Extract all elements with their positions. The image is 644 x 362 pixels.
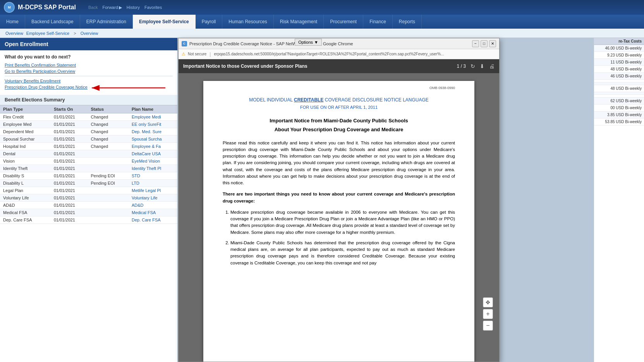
- cost-item: 62 USD Bi-weekly: [594, 98, 644, 105]
- pdf-controls: 1 / 3 ↻ ⬇ 🖨: [457, 63, 495, 69]
- nav-erp-admin[interactable]: ERP Administration: [80, 15, 133, 29]
- favorites-button[interactable]: Favorites: [144, 5, 162, 10]
- cost-item: 9.23 USD Bi-weekly: [594, 52, 644, 59]
- forward-button[interactable]: Forward ▶: [102, 5, 122, 10]
- open-enrollment-header: Open Enrollment: [0, 38, 177, 50]
- cost-item: [594, 82, 644, 85]
- pdf-viewer: Important Notice to those Covered under …: [179, 59, 499, 362]
- pdf-toolbar-title: Important Notice to those Covered under …: [183, 63, 307, 69]
- logo-icon: M: [4, 2, 15, 13]
- left-panel: Open Enrollment What do you want to do n…: [0, 38, 178, 362]
- browser-popup: C Prescription Drug Credible Coverage No…: [178, 38, 500, 362]
- pdf-list: Medicare prescription drug coverage beca…: [230, 209, 455, 266]
- table-row: Identity Theft: [0, 165, 51, 172]
- cost-item: 48 USD Bi-weekly: [594, 66, 644, 73]
- options-button[interactable]: Options ▼: [295, 39, 322, 46]
- cost-item: 46.00 USD Bi-weekly: [594, 45, 644, 52]
- nav-employee-self-service[interactable]: Employee Self-Service: [133, 15, 196, 29]
- back-button[interactable]: Back: [88, 5, 98, 10]
- prescription-notice-link[interactable]: Prescription Drug Credible Coverage Noti…: [5, 85, 173, 89]
- table-row: Employee Med: [0, 121, 51, 128]
- table-row: Hospital Ind: [0, 143, 51, 150]
- table-row: Legal Plan: [0, 187, 51, 194]
- nav-risk-management[interactable]: Risk Management: [274, 15, 324, 29]
- right-area: Options ▼ C Prescription Drug Credible C…: [178, 38, 644, 362]
- cost-item: [594, 92, 644, 95]
- nav-home[interactable]: Home: [0, 15, 25, 29]
- pdf-list-item-2: Miami-Dade County Public Schools has det…: [230, 240, 455, 266]
- table-row: Dep. Care FSA: [0, 216, 51, 224]
- nav-backend-landscape[interactable]: Backend Landscape: [25, 15, 80, 29]
- cost-item: 48 USD Bi-weekly: [594, 85, 644, 92]
- cost-item: 3.85 USD Bi-weekly: [594, 112, 644, 118]
- nav-procurement[interactable]: Procurement: [324, 15, 363, 29]
- cost-item: 46 USD Bi-weekly: [594, 73, 644, 80]
- app-logo: M M-DCPS SAP Portal: [4, 2, 76, 13]
- nav-reports[interactable]: Reports: [393, 15, 422, 29]
- nav-finance[interactable]: Finance: [363, 15, 393, 29]
- breadcrumb-parent[interactable]: Employee Self-Service: [25, 31, 71, 36]
- col-plan-name: Plan Name: [129, 105, 177, 113]
- security-warning: Not secure: [188, 52, 206, 56]
- pdf-content: MODEL INDIVIDUAL CREDITABLE COVERAGE DIS…: [179, 73, 499, 362]
- pdf-list-item-1: Medicare prescription drug coverage beca…: [230, 209, 455, 236]
- pdf-page: MODEL INDIVIDUAL CREDITABLE COVERAGE DIS…: [203, 81, 474, 362]
- nav-payroll[interactable]: Payroll: [196, 15, 223, 29]
- sub-nav-overview[interactable]: Overview: [4, 31, 25, 36]
- pdf-print-button[interactable]: 🖨: [489, 63, 495, 69]
- col-plan-type: Plan Type: [0, 105, 51, 113]
- table-row: Flex Credit: [0, 113, 51, 121]
- pdf-download-button[interactable]: ⬇: [480, 63, 484, 69]
- nav-human-resources[interactable]: Human Resources: [222, 15, 273, 29]
- app-title: M-DCPS SAP Portal: [18, 4, 76, 11]
- table-row: AD&D: [0, 202, 51, 209]
- address-bar[interactable]: erpqas15.dadeschools.net:50000/irj/porta…: [214, 52, 496, 56]
- pdf-refresh-button[interactable]: ↻: [471, 63, 475, 69]
- pdf-doc-title: MODEL INDIVIDUAL CREDITABLE COVERAGE DIS…: [223, 96, 455, 103]
- zoom-move-button[interactable]: ✥: [483, 297, 493, 307]
- browser-addressbar: ⚠ Not secure | erpqas15.dadeschools.net:…: [179, 49, 499, 59]
- zoom-controls: ✥ + −: [483, 297, 493, 331]
- arrow-container: Prescription Drug Credible Coverage Noti…: [5, 85, 173, 89]
- chrome-icon: C: [182, 41, 187, 46]
- table-row: Disability S: [0, 172, 51, 180]
- browser-title: C Prescription Drug Credible Coverage No…: [182, 41, 353, 46]
- table-row: Vision: [0, 158, 51, 165]
- table-row: Disability L: [0, 180, 51, 187]
- table-row: Dependent Med: [0, 128, 51, 136]
- breadcrumb-child: Overview: [79, 31, 100, 36]
- browser-controls: − □ ✕: [472, 40, 496, 47]
- main-nav: Home Backend Landscape ERP Administratio…: [0, 15, 644, 29]
- print-benefits-link[interactable]: Print Benefits Confirmation Statement: [5, 63, 173, 67]
- table-row: Medical FSA: [0, 209, 51, 216]
- browser-titlebar: C Prescription Drug Credible Coverage No…: [179, 38, 499, 49]
- divider: [5, 76, 173, 76]
- maximize-button[interactable]: □: [481, 40, 488, 47]
- pdf-para2: There are two important things you need …: [223, 191, 455, 204]
- warning-icon: ⚠: [182, 51, 185, 57]
- nav-actions: Back Forward ▶ History Favorites: [88, 5, 162, 10]
- table-row: Dental: [0, 150, 51, 158]
- table-row: Voluntary Life: [0, 194, 51, 202]
- cost-column-header: re-Tax Costs: [594, 38, 644, 45]
- minimize-button[interactable]: −: [472, 40, 479, 47]
- cost-item: 11 USD Bi-weekly: [594, 59, 644, 66]
- col-starts-on: Starts On: [51, 105, 88, 113]
- zoom-in-button[interactable]: +: [483, 309, 493, 319]
- cost-item: [594, 95, 644, 98]
- benefit-table: Plan Type Starts On Status Plan Name Fle…: [0, 105, 177, 224]
- section-question: What do you want to do next?: [5, 54, 173, 60]
- close-button[interactable]: ✕: [489, 40, 496, 47]
- action-section: What do you want to do next? Print Benef…: [0, 50, 177, 95]
- goto-benefits-link[interactable]: Go to Benefits Participation Overview: [5, 69, 173, 74]
- cost-item: [594, 80, 644, 82]
- table-row: Spousal Surchar: [0, 136, 51, 143]
- zoom-out-button[interactable]: −: [483, 321, 493, 331]
- benefit-table-header: Benefit Elections Summary: [0, 95, 177, 105]
- pdf-toolbar: Important Notice to those Covered under …: [179, 59, 499, 73]
- content-area: Open Enrollment What do you want to do n…: [0, 38, 644, 362]
- history-button[interactable]: History: [127, 5, 140, 10]
- voluntary-benefits-link[interactable]: Voluntary Benefits Enrollment: [5, 79, 173, 83]
- cost-item: 53.85 USD Bi-weekly: [594, 118, 644, 125]
- pdf-para1: Please read this notice carefully and ke…: [223, 140, 455, 187]
